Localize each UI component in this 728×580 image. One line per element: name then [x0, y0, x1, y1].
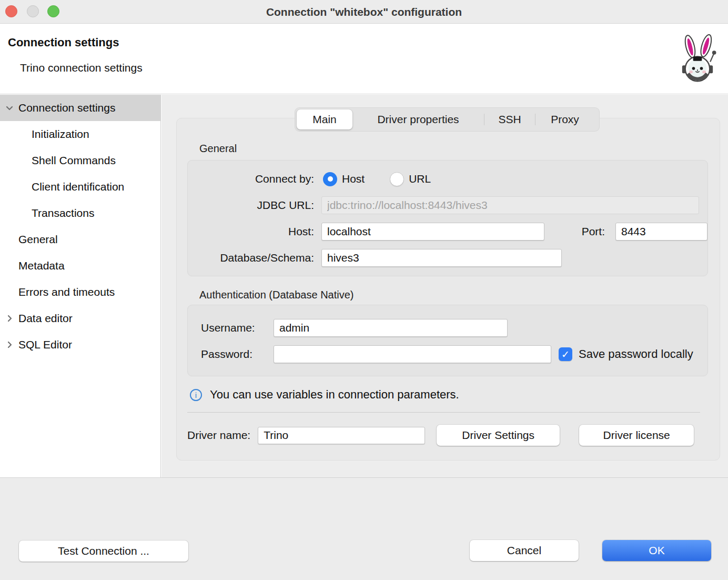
info-text: You can use variables in connection para… [210, 388, 459, 402]
ok-button[interactable]: OK [602, 540, 711, 561]
main-tab-panel: General Connect by: Host URL JDBC URL: [176, 118, 720, 461]
checkmark-icon: ✓ [561, 348, 570, 361]
connect-by-label: Connect by: [188, 173, 314, 185]
password-input[interactable] [274, 345, 551, 363]
general-section-label: General [199, 143, 237, 155]
window-title: Connection "whitebox" configuration [0, 0, 728, 24]
sidebar-item-metadata[interactable]: Metadata [0, 253, 160, 279]
jdbc-url-input[interactable] [321, 196, 699, 214]
database-schema-input[interactable] [321, 249, 562, 267]
sidebar-item-label: Metadata [0, 259, 65, 272]
titlebar: Connection "whitebox" configuration [0, 0, 728, 24]
save-password-label: Save password locally [579, 347, 701, 361]
url-radio-label: URL [409, 173, 431, 185]
test-connection-button[interactable]: Test Connection ... [19, 541, 188, 562]
chevron-right-icon [4, 339, 15, 350]
sidebar-item-sql-editor[interactable]: SQL Editor [0, 332, 160, 358]
sidebar-item-label: Shell Commands [0, 154, 116, 167]
sidebar-item-general[interactable]: General [0, 226, 160, 253]
driver-license-button[interactable]: Driver license [579, 425, 694, 446]
database-schema-label: Database/Schema: [188, 252, 314, 264]
driver-name-label: Driver name: [187, 429, 250, 442]
tab-ssh[interactable]: SSH [484, 109, 535, 129]
driver-section-divider [187, 412, 700, 413]
info-icon: i [190, 389, 202, 401]
trino-logo [676, 28, 719, 95]
connection-configuration-dialog: Connection "whitebox" configuration Conn… [0, 0, 728, 580]
sidebar-item-data-editor[interactable]: Data editor [0, 305, 160, 332]
port-input[interactable] [615, 223, 707, 241]
connect-by-url-radio[interactable] [390, 172, 404, 186]
sidebar-item-label: Client identification [0, 181, 124, 193]
sidebar-item-label: Transactions [0, 207, 94, 219]
sidebar-item-client-identification[interactable]: Client identification [0, 174, 160, 200]
general-groupbox: Connect by: Host URL JDBC URL: Host: Por… [187, 160, 708, 276]
tab-proxy[interactable]: Proxy [535, 109, 594, 129]
tab-bar: Main Driver properties SSH Proxy [295, 107, 600, 132]
sidebar-item-errors-and-timeouts[interactable]: Errors and timeouts [0, 279, 160, 305]
save-password-checkbox[interactable]: ✓ [559, 347, 572, 361]
sidebar-item-label: Connection settings [0, 102, 115, 114]
cancel-button[interactable]: Cancel [470, 540, 579, 561]
sidebar-item-initialization[interactable]: Initialization [0, 121, 160, 147]
tab-main[interactable]: Main [297, 109, 352, 129]
host-radio-label: Host [342, 173, 365, 185]
header: Connection settings Trino connection set… [0, 24, 728, 94]
sidebar-item-connection-settings[interactable]: Connection settings [0, 95, 160, 121]
username-input[interactable] [274, 319, 508, 337]
driver-settings-button[interactable]: Driver Settings [437, 425, 560, 446]
username-label: Username: [201, 322, 267, 334]
sidebar: Connection settings Initialization Shell… [0, 95, 161, 477]
info-row: i You can use variables in connection pa… [190, 388, 459, 402]
driver-name-input[interactable] [258, 427, 425, 444]
sidebar-item-label: General [0, 233, 58, 246]
password-label: Password: [201, 348, 267, 361]
sidebar-item-shell-commands[interactable]: Shell Commands [0, 147, 160, 174]
auth-groupbox: Username: Password: ✓ Save password loca… [187, 305, 708, 376]
chevron-down-icon [4, 103, 15, 113]
sidebar-item-label: Initialization [0, 128, 89, 141]
host-input[interactable] [321, 223, 544, 241]
connect-by-host-radio[interactable] [323, 172, 337, 186]
host-label: Host: [188, 225, 314, 238]
page-subtitle: Trino connection settings [20, 62, 143, 74]
tab-driver-properties[interactable]: Driver properties [352, 109, 484, 129]
port-label: Port: [544, 225, 605, 238]
jdbc-url-label: JDBC URL: [188, 199, 314, 212]
footer: Test Connection ... Cancel OK [0, 477, 728, 580]
page-title: Connection settings [8, 36, 119, 49]
sidebar-item-label: Errors and timeouts [0, 286, 115, 298]
auth-section-label: Authentication (Database Native) [199, 289, 354, 301]
sidebar-item-transactions[interactable]: Transactions [0, 200, 160, 226]
chevron-right-icon [4, 313, 15, 324]
content-area: Main Driver properties SSH Proxy General… [161, 95, 728, 477]
